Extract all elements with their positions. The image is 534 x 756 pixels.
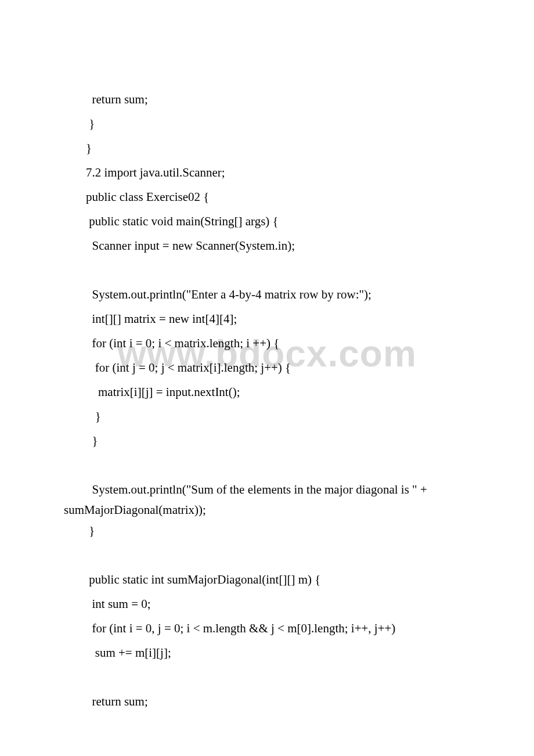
code-line: int sum = 0; bbox=[64, 592, 470, 616]
code-line: } bbox=[64, 136, 470, 160]
code-line: sumMajorDiagonal(matrix)); bbox=[64, 502, 470, 519]
code-line: matrix[i][j] = input.nextInt(); bbox=[64, 380, 470, 404]
code-line: 7.2 import java.util.Scanner; bbox=[64, 160, 470, 185]
code-line: } bbox=[64, 404, 470, 429]
code-line: int[][] matrix = new int[4][4]; bbox=[64, 307, 470, 331]
code-line: return sum; bbox=[64, 87, 470, 111]
code-line: for (int j = 0; j < matrix[i].length; j+… bbox=[64, 355, 470, 380]
code-line: } bbox=[64, 429, 470, 453]
blank-line bbox=[64, 543, 470, 567]
code-line: return sum; bbox=[64, 689, 470, 714]
code-line: sum += m[i][j]; bbox=[64, 640, 470, 665]
code-content: return sum; } } 7.2 import java.util.Sca… bbox=[64, 87, 470, 714]
code-line: Scanner input = new Scanner(System.in); bbox=[64, 233, 470, 258]
document-page: www.bdocx.com return sum; } } 7.2 import… bbox=[0, 0, 534, 748]
code-line: } bbox=[64, 111, 470, 136]
code-line: public static int sumMajorDiagonal(int[]… bbox=[64, 567, 470, 592]
code-line: for (int i = 0, j = 0; i < m.length && j… bbox=[64, 616, 470, 640]
code-line: System.out.println("Sum of the elements … bbox=[64, 477, 470, 502]
blank-line bbox=[64, 453, 470, 477]
blank-line bbox=[64, 258, 470, 282]
code-line: System.out.println("Enter a 4-by-4 matri… bbox=[64, 282, 470, 307]
code-line: for (int i = 0; i < matrix.length; i ++)… bbox=[64, 331, 470, 355]
code-line: } bbox=[64, 519, 470, 543]
code-line: public static void main(String[] args) { bbox=[64, 209, 470, 233]
code-line: public class Exercise02 { bbox=[64, 185, 470, 209]
blank-line bbox=[64, 665, 470, 689]
